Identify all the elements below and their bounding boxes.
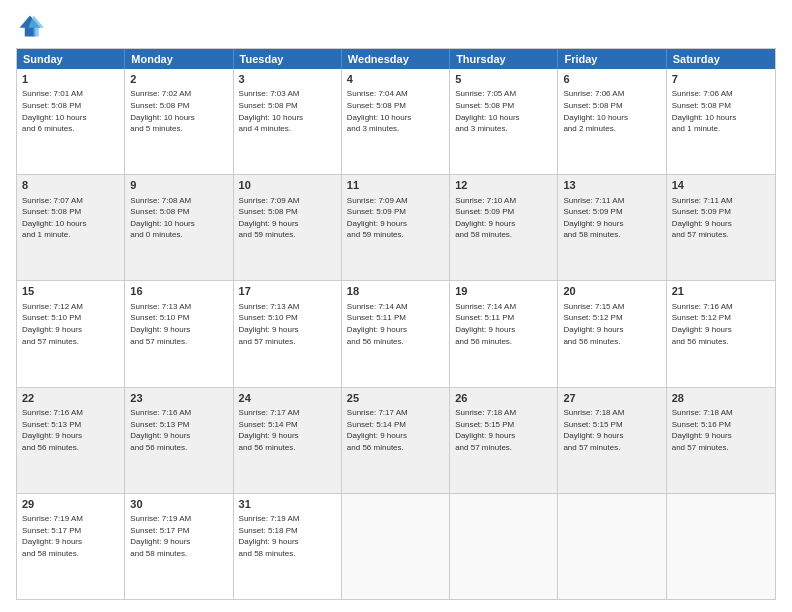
weekday-header-saturday: Saturday <box>667 49 775 69</box>
cell-details: Sunrise: 7:06 AMSunset: 5:08 PMDaylight:… <box>672 88 770 134</box>
day-number: 14 <box>672 178 770 193</box>
cell-details: Sunrise: 7:09 AMSunset: 5:08 PMDaylight:… <box>239 195 336 241</box>
table-row: 3Sunrise: 7:03 AMSunset: 5:08 PMDaylight… <box>234 69 342 174</box>
cell-details: Sunrise: 7:19 AMSunset: 5:17 PMDaylight:… <box>130 513 227 559</box>
calendar-row-1: 1Sunrise: 7:01 AMSunset: 5:08 PMDaylight… <box>17 69 775 174</box>
logo-icon <box>16 12 44 40</box>
table-row: 16Sunrise: 7:13 AMSunset: 5:10 PMDayligh… <box>125 281 233 386</box>
cell-details: Sunrise: 7:09 AMSunset: 5:09 PMDaylight:… <box>347 195 444 241</box>
day-number: 4 <box>347 72 444 87</box>
table-row: 26Sunrise: 7:18 AMSunset: 5:15 PMDayligh… <box>450 388 558 493</box>
table-row <box>558 494 666 599</box>
table-row: 20Sunrise: 7:15 AMSunset: 5:12 PMDayligh… <box>558 281 666 386</box>
day-number: 22 <box>22 391 119 406</box>
day-number: 9 <box>130 178 227 193</box>
table-row: 23Sunrise: 7:16 AMSunset: 5:13 PMDayligh… <box>125 388 233 493</box>
logo <box>16 12 48 40</box>
calendar-row-3: 15Sunrise: 7:12 AMSunset: 5:10 PMDayligh… <box>17 280 775 386</box>
cell-details: Sunrise: 7:05 AMSunset: 5:08 PMDaylight:… <box>455 88 552 134</box>
table-row <box>450 494 558 599</box>
table-row: 12Sunrise: 7:10 AMSunset: 5:09 PMDayligh… <box>450 175 558 280</box>
cell-details: Sunrise: 7:11 AMSunset: 5:09 PMDaylight:… <box>563 195 660 241</box>
cell-details: Sunrise: 7:15 AMSunset: 5:12 PMDaylight:… <box>563 301 660 347</box>
cell-details: Sunrise: 7:14 AMSunset: 5:11 PMDaylight:… <box>347 301 444 347</box>
cell-details: Sunrise: 7:18 AMSunset: 5:15 PMDaylight:… <box>563 407 660 453</box>
weekday-header-tuesday: Tuesday <box>234 49 342 69</box>
weekday-header-sunday: Sunday <box>17 49 125 69</box>
cell-details: Sunrise: 7:01 AMSunset: 5:08 PMDaylight:… <box>22 88 119 134</box>
weekday-header-friday: Friday <box>558 49 666 69</box>
day-number: 5 <box>455 72 552 87</box>
cell-details: Sunrise: 7:10 AMSunset: 5:09 PMDaylight:… <box>455 195 552 241</box>
calendar-header: SundayMondayTuesdayWednesdayThursdayFrid… <box>17 49 775 69</box>
day-number: 11 <box>347 178 444 193</box>
table-row: 8Sunrise: 7:07 AMSunset: 5:08 PMDaylight… <box>17 175 125 280</box>
cell-details: Sunrise: 7:14 AMSunset: 5:11 PMDaylight:… <box>455 301 552 347</box>
day-number: 25 <box>347 391 444 406</box>
cell-details: Sunrise: 7:13 AMSunset: 5:10 PMDaylight:… <box>130 301 227 347</box>
table-row: 14Sunrise: 7:11 AMSunset: 5:09 PMDayligh… <box>667 175 775 280</box>
cell-details: Sunrise: 7:16 AMSunset: 5:12 PMDaylight:… <box>672 301 770 347</box>
day-number: 26 <box>455 391 552 406</box>
table-row: 28Sunrise: 7:18 AMSunset: 5:16 PMDayligh… <box>667 388 775 493</box>
day-number: 19 <box>455 284 552 299</box>
day-number: 30 <box>130 497 227 512</box>
day-number: 8 <box>22 178 119 193</box>
day-number: 29 <box>22 497 119 512</box>
table-row <box>342 494 450 599</box>
cell-details: Sunrise: 7:07 AMSunset: 5:08 PMDaylight:… <box>22 195 119 241</box>
day-number: 12 <box>455 178 552 193</box>
cell-details: Sunrise: 7:16 AMSunset: 5:13 PMDaylight:… <box>22 407 119 453</box>
table-row: 7Sunrise: 7:06 AMSunset: 5:08 PMDaylight… <box>667 69 775 174</box>
cell-details: Sunrise: 7:06 AMSunset: 5:08 PMDaylight:… <box>563 88 660 134</box>
table-row: 6Sunrise: 7:06 AMSunset: 5:08 PMDaylight… <box>558 69 666 174</box>
table-row: 29Sunrise: 7:19 AMSunset: 5:17 PMDayligh… <box>17 494 125 599</box>
day-number: 1 <box>22 72 119 87</box>
cell-details: Sunrise: 7:13 AMSunset: 5:10 PMDaylight:… <box>239 301 336 347</box>
cell-details: Sunrise: 7:19 AMSunset: 5:17 PMDaylight:… <box>22 513 119 559</box>
day-number: 7 <box>672 72 770 87</box>
day-number: 6 <box>563 72 660 87</box>
calendar-row-5: 29Sunrise: 7:19 AMSunset: 5:17 PMDayligh… <box>17 493 775 599</box>
cell-details: Sunrise: 7:17 AMSunset: 5:14 PMDaylight:… <box>347 407 444 453</box>
calendar: SundayMondayTuesdayWednesdayThursdayFrid… <box>16 48 776 600</box>
cell-details: Sunrise: 7:18 AMSunset: 5:15 PMDaylight:… <box>455 407 552 453</box>
table-row: 21Sunrise: 7:16 AMSunset: 5:12 PMDayligh… <box>667 281 775 386</box>
table-row: 24Sunrise: 7:17 AMSunset: 5:14 PMDayligh… <box>234 388 342 493</box>
day-number: 13 <box>563 178 660 193</box>
table-row: 5Sunrise: 7:05 AMSunset: 5:08 PMDaylight… <box>450 69 558 174</box>
table-row: 10Sunrise: 7:09 AMSunset: 5:08 PMDayligh… <box>234 175 342 280</box>
day-number: 24 <box>239 391 336 406</box>
weekday-header-monday: Monday <box>125 49 233 69</box>
day-number: 16 <box>130 284 227 299</box>
table-row <box>667 494 775 599</box>
table-row: 13Sunrise: 7:11 AMSunset: 5:09 PMDayligh… <box>558 175 666 280</box>
table-row: 9Sunrise: 7:08 AMSunset: 5:08 PMDaylight… <box>125 175 233 280</box>
table-row: 4Sunrise: 7:04 AMSunset: 5:08 PMDaylight… <box>342 69 450 174</box>
day-number: 27 <box>563 391 660 406</box>
cell-details: Sunrise: 7:17 AMSunset: 5:14 PMDaylight:… <box>239 407 336 453</box>
table-row: 18Sunrise: 7:14 AMSunset: 5:11 PMDayligh… <box>342 281 450 386</box>
cell-details: Sunrise: 7:18 AMSunset: 5:16 PMDaylight:… <box>672 407 770 453</box>
day-number: 18 <box>347 284 444 299</box>
day-number: 3 <box>239 72 336 87</box>
cell-details: Sunrise: 7:03 AMSunset: 5:08 PMDaylight:… <box>239 88 336 134</box>
day-number: 15 <box>22 284 119 299</box>
table-row: 15Sunrise: 7:12 AMSunset: 5:10 PMDayligh… <box>17 281 125 386</box>
table-row: 11Sunrise: 7:09 AMSunset: 5:09 PMDayligh… <box>342 175 450 280</box>
day-number: 2 <box>130 72 227 87</box>
day-number: 23 <box>130 391 227 406</box>
cell-details: Sunrise: 7:12 AMSunset: 5:10 PMDaylight:… <box>22 301 119 347</box>
day-number: 20 <box>563 284 660 299</box>
cell-details: Sunrise: 7:04 AMSunset: 5:08 PMDaylight:… <box>347 88 444 134</box>
table-row: 17Sunrise: 7:13 AMSunset: 5:10 PMDayligh… <box>234 281 342 386</box>
cell-details: Sunrise: 7:02 AMSunset: 5:08 PMDaylight:… <box>130 88 227 134</box>
day-number: 28 <box>672 391 770 406</box>
table-row: 22Sunrise: 7:16 AMSunset: 5:13 PMDayligh… <box>17 388 125 493</box>
table-row: 2Sunrise: 7:02 AMSunset: 5:08 PMDaylight… <box>125 69 233 174</box>
cell-details: Sunrise: 7:08 AMSunset: 5:08 PMDaylight:… <box>130 195 227 241</box>
day-number: 21 <box>672 284 770 299</box>
table-row: 31Sunrise: 7:19 AMSunset: 5:18 PMDayligh… <box>234 494 342 599</box>
calendar-row-4: 22Sunrise: 7:16 AMSunset: 5:13 PMDayligh… <box>17 387 775 493</box>
table-row: 1Sunrise: 7:01 AMSunset: 5:08 PMDaylight… <box>17 69 125 174</box>
